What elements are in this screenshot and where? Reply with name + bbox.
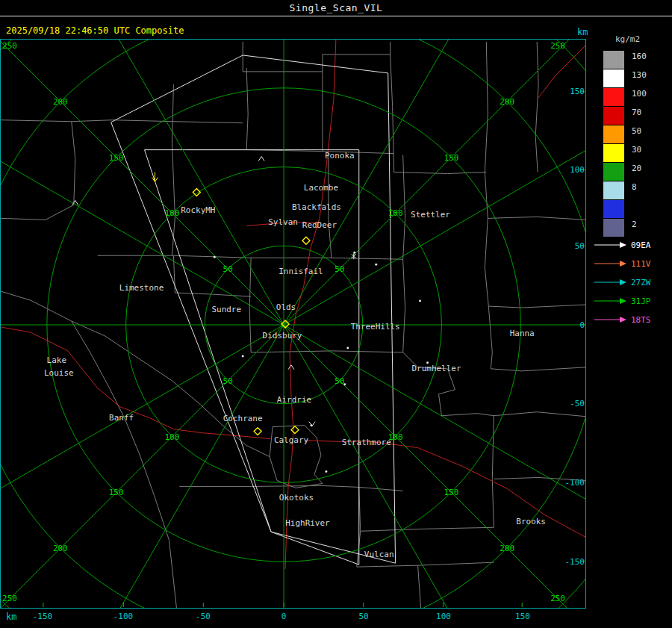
legend-site-id: 31JP [631,296,651,306]
titlebar: Single_Scan_VIL [0,0,672,16]
legend-arrowhead-icon [620,279,626,285]
range-ring-label: 150 [109,488,124,497]
radar-site-icon [291,426,299,434]
right-axis-label: -50 [558,399,585,408]
city-label: Lake [47,355,66,365]
wind-arrow-icon [152,172,158,182]
colorbar-value: 30 [632,145,641,155]
scan-task-legend: 09EA 111V 27ZW 31JP 18TS [590,236,672,336]
city-label: Stettler [411,210,450,220]
radar-site-icon [254,428,261,435]
range-ring-label: 50 [223,376,233,386]
radar-app-window: Single_Scan_VIL 2025/09/18 22:46:50 UTC … [0,0,672,628]
legend-site-id: 09EA [631,240,651,250]
bottom-axis-label: -150 [26,612,59,621]
city-label: Okotoks [279,493,314,503]
city-label: Calgary [274,435,309,445]
range-ring-label: 150 [109,153,124,163]
colorbar-swatch [603,51,624,69]
range-ring-label: 200 [53,544,68,553]
right-axis-label: 50 [558,241,585,251]
scan-area-outline [111,55,396,565]
city-label: RedDeer [302,220,337,230]
right-axis-label: 100 [558,165,585,175]
city-label: Sundre [211,305,241,314]
range-ring-label: 250 [550,594,565,603]
range-ring-label: 250 [550,41,565,51]
city-label: Brooks [516,517,546,526]
city-label: Ponoka [325,151,355,161]
legend-arrowhead-icon [620,298,626,304]
axis-tick-marks [43,92,585,607]
range-ring-label: 200 [53,97,68,107]
city-label: Airdrie [277,395,311,405]
city-label: Didsbury [263,331,302,341]
range-ring-label: 200 [500,97,514,107]
city-label: Banff [109,413,134,423]
range-ring-label: 50 [223,264,233,274]
range-ring-label: 200 [500,544,514,553]
colorbar: 160 130 100 70 50 30 20 8 2 [596,49,672,245]
colorbar-unit-label: kg/m2 [615,34,640,44]
legend-arrowhead-icon [620,317,626,323]
colorbar-value: 160 [632,52,647,61]
range-ring-label: 150 [444,153,459,163]
city-label: HighRiver [285,518,330,528]
city-label: Blackfalds [292,202,341,212]
range-ring-label: 50 [335,264,344,274]
city-label: Drumheller [411,364,461,373]
radar-map-canvas[interactable]: 50 50 50 50 100 100 100 100 150 150 150 … [0,39,586,609]
window-title: Single_Scan_VIL [290,2,383,13]
city-label: Hanna [510,329,535,338]
legend-arrowhead-icon [620,242,626,248]
city-label: Cochrane [223,414,263,423]
right-axis-label: -150 [558,557,585,567]
bottom-axis-label: 100 [427,612,460,621]
colorbar-svg: 160 130 100 70 50 30 20 8 2 [596,49,672,242]
range-ring-label: 100 [388,208,403,218]
bottom-axis-label: 0 [267,612,300,621]
city-label: Limestone [119,283,164,293]
bottom-axis-label: 50 [347,612,380,621]
colorbar-swatch [603,181,624,199]
right-axis-label: -100 [558,478,585,488]
city-label: Lacombe [304,183,338,193]
right-axis-label: 0 [558,320,585,330]
radar-site-icon [302,237,310,244]
colorbar-value: 130 [632,70,647,80]
colorbar-swatch [603,69,624,87]
city-label: Strathmore [342,438,391,447]
colorbar-value: 100 [632,89,647,99]
legend-site-id: 18TS [631,315,651,325]
right-axis-unit-label: km [577,27,588,37]
scan-timestamp: 2025/09/18 22:46:50 UTC Composite [6,25,184,36]
range-ring-label: 100 [165,432,180,442]
colorbar-swatch [603,200,624,218]
colorbar-swatch [603,219,624,237]
colorbar-swatch [603,125,624,143]
colorbar-value: 70 [632,108,641,117]
legend-site-id: 27ZW [631,278,651,287]
colorbar-value: 8 [632,182,637,192]
colorbar-swatch [603,88,624,106]
city-label: Innisfail [279,267,323,276]
radar-map-svg: 50 50 50 50 100 100 100 100 150 150 150 … [1,40,585,608]
colorbar-swatch [603,163,624,181]
legend-arrowhead-icon [620,261,626,267]
right-axis-label: 150 [558,87,585,96]
bottom-axis-label: 150 [506,612,539,621]
range-ring-label: 250 [2,594,17,603]
colorbar-swatch [603,144,624,162]
bottom-axis-label: -100 [107,612,140,621]
city-labels: Ponoka Lacombe Blackfalds RedDeer Sylvan… [44,151,546,560]
range-ring-label: 250 [2,41,17,51]
legend-site-id: 111V [631,259,651,269]
range-ring-label: 100 [165,208,180,218]
colorbar-value: 20 [632,164,641,173]
city-label: ThreeHills [351,322,400,332]
colorbar-value: 50 [632,126,641,136]
city-label: RockyMH [181,205,215,215]
city-label: Sylvan [268,217,298,227]
range-ring-label: 150 [444,488,459,497]
bottom-axis-unit-label: km [6,612,16,622]
